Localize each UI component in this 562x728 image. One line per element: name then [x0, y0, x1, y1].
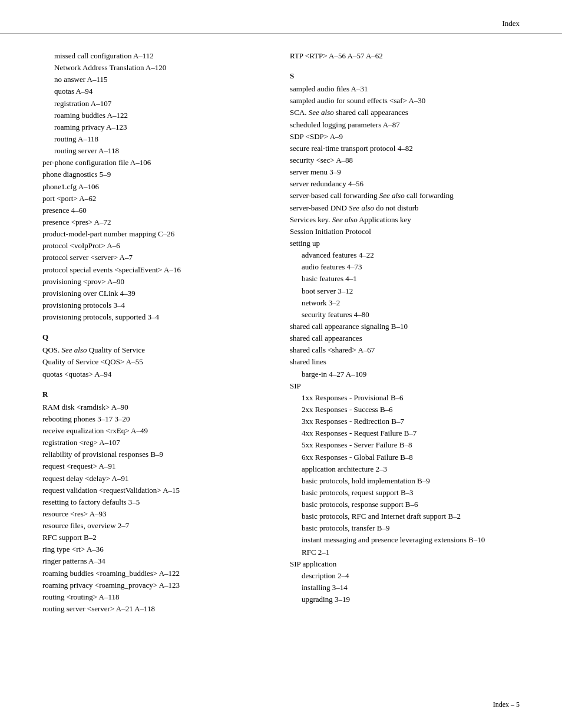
index-entry: resetting to factory defaults 3–5 [42, 496, 266, 508]
index-entry: upgrading 3–19 [290, 594, 520, 605]
index-entry: sampled audio for sound effects <saf> A–… [290, 95, 520, 107]
index-entry: application architecture 2–3 [290, 463, 520, 475]
index-entry: basic protocols, RFC and Internet draft … [290, 510, 520, 522]
index-entry: reliability of provisional responses B–9 [42, 449, 266, 460]
index-entry: SCA. See also shared call appearances [290, 107, 520, 118]
index-entry: SIP [290, 380, 520, 392]
index-entry: 5xx Responses - Server Failure B–8 [290, 439, 520, 451]
section-header: S [290, 71, 520, 81]
section-header: Q [42, 332, 266, 342]
index-entry: routing <routing> A–118 [42, 591, 266, 603]
left-column: missed call configuration A–112Network A… [42, 50, 266, 615]
index-entry: scheduled logging parameters A–87 [290, 119, 520, 131]
index-entry: presence 4–60 [42, 205, 266, 216]
index-entry: roaming buddies A–122 [42, 110, 266, 121]
index-entry: RFC 2–1 [290, 546, 520, 558]
content-area: missed call configuration A–112Network A… [0, 34, 562, 638]
index-entry: boot server 3–12 [290, 285, 520, 297]
index-entry: roaming privacy <roaming_provacy> A–123 [42, 579, 266, 591]
index-entry: RTP <RTP> A–56 A–57 A–62 [290, 50, 520, 62]
index-entry: roaming buddies <roaming_buddies> A–122 [42, 568, 266, 579]
index-entry: 2xx Responses - Success B–6 [290, 404, 520, 416]
index-entry: routing A–118 [42, 133, 266, 145]
index-entry: request delay <delay> A–91 [42, 473, 266, 485]
index-entry: instant messaging and presence leveragin… [290, 534, 520, 546]
index-entry: resource <res> A–93 [42, 508, 266, 520]
index-entry: port <port> A–62 [42, 193, 266, 205]
index-entry: basic protocols, hold implementation B–9 [290, 475, 520, 487]
index-entry: security features 4–80 [290, 309, 520, 321]
section-header: R [42, 390, 266, 399]
index-entry: secure real-time transport protocol 4–82 [290, 143, 520, 154]
index-entry: protocol special events <specialEvent> A… [42, 264, 266, 276]
index-entry: description 2–4 [290, 570, 520, 582]
index-entry: RFC support B–2 [42, 532, 266, 543]
index-entry: registration <reg> A–107 [42, 437, 266, 449]
index-entry: 4xx Responses - Request Failure B–7 [290, 427, 520, 439]
index-entry: 3xx Responses - Redirection B–7 [290, 416, 520, 427]
index-entry: protocol <voIpProt> A–6 [42, 240, 266, 252]
page-footer: Index – 5 [493, 700, 520, 709]
index-entry: Network Address Translation A–120 [42, 62, 266, 74]
index-entry: QOS. See also Quality of Service [42, 344, 266, 356]
index-entry: shared call appearance signaling B–10 [290, 321, 520, 332]
index-entry: basic protocols, transfer B–9 [290, 522, 520, 534]
index-entry: product-model-part number mapping C–26 [42, 228, 266, 240]
index-entry: phone diagnostics 5–9 [42, 169, 266, 180]
index-entry: server redundancy 4–56 [290, 178, 520, 190]
index-entry: Services key. See also Applications key [290, 214, 520, 226]
index-entry: roaming privacy A–123 [42, 121, 266, 133]
index-entry: RAM disk <ramdisk> A–90 [42, 401, 266, 413]
index-entry: advanced features 4–22 [290, 249, 520, 261]
index-entry: sampled audio files A–31 [290, 83, 520, 95]
index-entry: basic features 4–1 [290, 273, 520, 285]
index-entry: resource files, overview 2–7 [42, 520, 266, 532]
index-entry: shared call appearances [290, 332, 520, 344]
index-entry: protocol server <server> A–7 [42, 252, 266, 263]
index-entry: presence <pres> A–72 [42, 216, 266, 228]
index-entry: provisioning protocols 3–4 [42, 299, 266, 311]
index-entry: SIP application [290, 558, 520, 570]
page-header: Index [0, 0, 562, 34]
index-entry: 6xx Responses - Global Failure B–8 [290, 452, 520, 463]
index-entry: server menu 3–9 [290, 166, 520, 178]
footer-label: Index – 5 [493, 700, 520, 709]
index-entry: network 3–2 [290, 297, 520, 309]
index-entry: security <sec> A–88 [290, 154, 520, 166]
index-entry: server-based call forwarding See also ca… [290, 190, 520, 202]
index-entry: missed call configuration A–112 [42, 50, 266, 62]
index-entry: receive equalization <rxEq> A–49 [42, 425, 266, 437]
index-entry: registration A–107 [42, 98, 266, 110]
index-entry: Session Initiation Protocol [290, 226, 520, 238]
index-entry: request <request> A–91 [42, 460, 266, 472]
index-entry: installing 3–14 [290, 582, 520, 594]
right-column: RTP <RTP> A–56 A–57 A–62Ssampled audio f… [290, 50, 520, 615]
index-entry: provisioning protocols, supported 3–4 [42, 311, 266, 323]
index-entry: shared calls <shared> A–67 [290, 344, 520, 356]
index-entry: ringer patterns A–34 [42, 555, 266, 567]
index-entry: ring type <rt> A–36 [42, 543, 266, 555]
index-entry: SDP <SDP> A–9 [290, 131, 520, 143]
index-entry: 1xx Responses - Provisional B–6 [290, 392, 520, 404]
index-entry: barge-in 4–27 A–109 [290, 368, 520, 380]
header-label: Index [502, 19, 520, 28]
index-entry: server-based DND See also do not disturb [290, 202, 520, 214]
index-entry: setting up [290, 238, 520, 249]
index-entry: provisioning <prov> A–90 [42, 276, 266, 288]
index-entry: routing server <server> A–21 A–118 [42, 603, 266, 615]
index-entry: phone1.cfg A–106 [42, 181, 266, 193]
index-entry: rebooting phones 3–17 3–20 [42, 413, 266, 425]
index-entry: provisioning over CLink 4–39 [42, 288, 266, 299]
index-entry: audio features 4–73 [290, 261, 520, 273]
index-entry: no answer A–115 [42, 74, 266, 85]
index-entry: request validation <requestValidation> A… [42, 485, 266, 496]
index-entry: shared lines [290, 356, 520, 368]
index-entry: routing server A–118 [42, 145, 266, 157]
index-entry: quotas A–94 [42, 85, 266, 97]
index-entry: basic protocols, response support B–6 [290, 499, 520, 510]
index-entry: quotas <quotas> A–94 [42, 368, 266, 380]
index-entry: basic protocols, request support B–3 [290, 487, 520, 499]
index-entry: Quality of Service <QOS> A–55 [42, 356, 266, 368]
index-entry: per-phone configuration file A–106 [42, 157, 266, 169]
